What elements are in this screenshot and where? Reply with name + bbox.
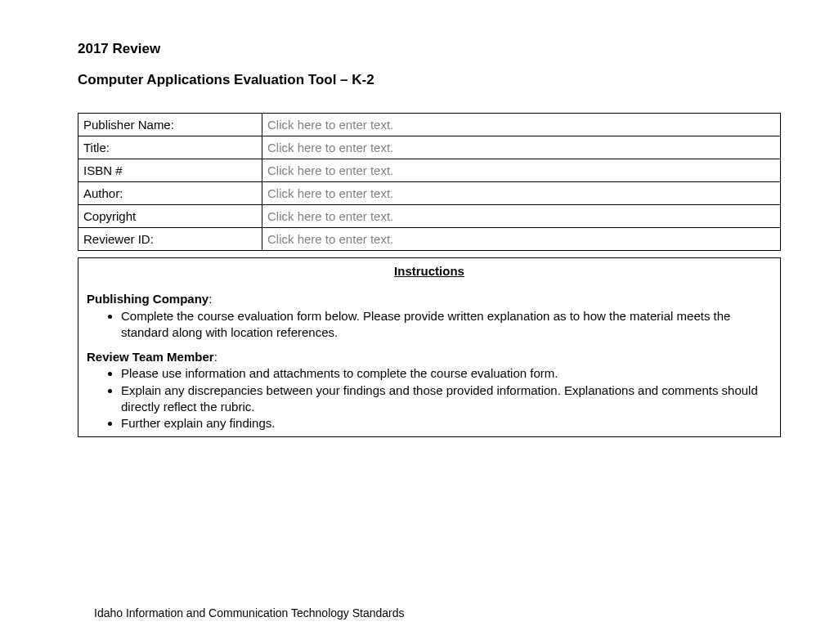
page-header-line1: 2017 Review [78, 41, 781, 57]
instructions-box: Instructions Publishing Company: Complet… [78, 257, 781, 437]
label-reviewer: Reviewer ID: [78, 228, 262, 251]
colon: : [208, 292, 212, 306]
form-row-reviewer: Reviewer ID: Click here to enter text. [78, 228, 781, 251]
label-author: Author: [78, 182, 262, 205]
metadata-form-table: Publisher Name: Click here to enter text… [78, 113, 781, 251]
form-row-author: Author: Click here to enter text. [78, 182, 781, 205]
form-row-publisher: Publisher Name: Click here to enter text… [78, 114, 781, 136]
form-row-isbn: ISBN # Click here to enter text. [78, 159, 781, 182]
instructions-section-publishing: Publishing Company: Complete the course … [87, 291, 772, 341]
label-publisher: Publisher Name: [78, 114, 262, 136]
bullet-item: Complete the course evaluation form belo… [121, 308, 772, 342]
input-isbn[interactable]: Click here to enter text. [262, 159, 781, 182]
section-heading-review-team: Review Team Member [87, 350, 214, 364]
instructions-section-review-team: Review Team Member: Please use informati… [87, 349, 772, 432]
form-row-copyright: Copyright Click here to enter text. [78, 205, 781, 228]
bullet-item: Further explain any findings. [121, 415, 772, 432]
page-header-line2: Computer Applications Evaluation Tool – … [78, 72, 781, 88]
form-row-title: Title: Click here to enter text. [78, 136, 781, 159]
bullet-list-review-team: Please use information and attachments t… [87, 365, 772, 432]
label-copyright: Copyright [78, 205, 262, 228]
input-copyright[interactable]: Click here to enter text. [262, 205, 781, 228]
label-isbn: ISBN # [78, 159, 262, 182]
bullet-item: Explain any discrepancies between your f… [121, 382, 772, 416]
input-author[interactable]: Click here to enter text. [262, 182, 781, 205]
bullet-list-publishing: Complete the course evaluation form belo… [87, 308, 772, 342]
input-reviewer[interactable]: Click here to enter text. [262, 228, 781, 251]
colon: : [214, 350, 217, 364]
label-title: Title: [78, 136, 262, 159]
bullet-item: Please use information and attachments t… [121, 365, 772, 382]
input-title[interactable]: Click here to enter text. [262, 136, 781, 159]
input-publisher[interactable]: Click here to enter text. [262, 114, 781, 136]
page-footer: Idaho Information and Communication Tech… [94, 606, 405, 619]
instructions-title: Instructions [87, 263, 772, 280]
section-heading-publishing: Publishing Company [87, 292, 208, 306]
